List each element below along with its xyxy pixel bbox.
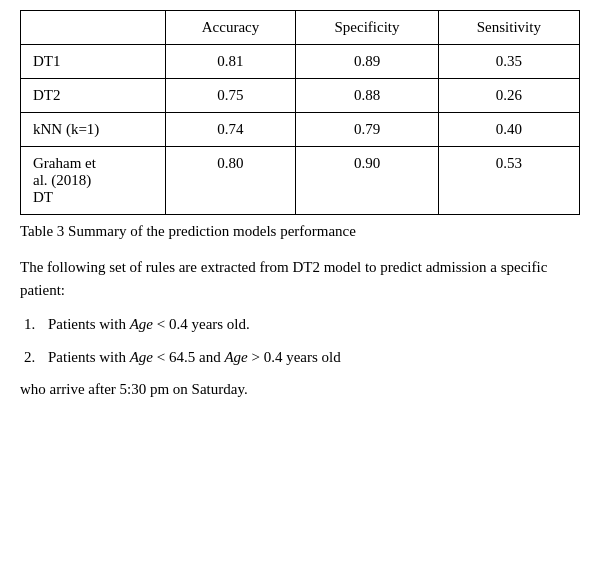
col-header-sensitivity: Sensitivity xyxy=(438,11,579,45)
accuracy-value: 0.80 xyxy=(165,147,296,215)
model-name: DT1 xyxy=(21,45,166,79)
specificity-value: 0.89 xyxy=(296,45,438,79)
sensitivity-value: 0.35 xyxy=(438,45,579,79)
performance-table: Accuracy Specificity Sensitivity DT1 0.8… xyxy=(20,10,580,215)
specificity-value: 0.90 xyxy=(296,147,438,215)
sensitivity-value: 0.40 xyxy=(438,113,579,147)
text-before: Patients with xyxy=(48,316,130,332)
partial-line: who arrive after 5:30 pm on Saturday. xyxy=(20,378,580,401)
list-item-text: Patients with Age < 0.4 years old. xyxy=(48,313,580,336)
italic-age-2: Age xyxy=(224,349,247,365)
table-row: DT1 0.81 0.89 0.35 xyxy=(21,45,580,79)
list-item: 2. Patients with Age < 64.5 and Age > 0.… xyxy=(20,346,580,369)
col-header-specificity: Specificity xyxy=(296,11,438,45)
accuracy-value: 0.74 xyxy=(165,113,296,147)
table-caption: Table 3 Summary of the prediction models… xyxy=(20,223,580,240)
operator: < 0.4 xyxy=(153,316,188,332)
model-name: Graham etal. (2018)DT xyxy=(21,147,166,215)
operator-1: < 64.5 xyxy=(153,349,195,365)
table-row: kNN (k=1) 0.74 0.79 0.40 xyxy=(21,113,580,147)
model-name: kNN (k=1) xyxy=(21,113,166,147)
sensitivity-value: 0.26 xyxy=(438,79,579,113)
specificity-value: 0.79 xyxy=(296,113,438,147)
intro-text: The following set of rules are extracted… xyxy=(20,256,580,301)
text-before: Patients with xyxy=(48,349,130,365)
text-after-2: years old xyxy=(282,349,340,365)
italic-age-1: Age xyxy=(130,349,153,365)
accuracy-value: 0.81 xyxy=(165,45,296,79)
accuracy-value: 0.75 xyxy=(165,79,296,113)
table-row: Graham etal. (2018)DT 0.80 0.90 0.53 xyxy=(21,147,580,215)
table-header-row: Accuracy Specificity Sensitivity xyxy=(21,11,580,45)
col-header-accuracy: Accuracy xyxy=(165,11,296,45)
rules-list: 1. Patients with Age < 0.4 years old. 2.… xyxy=(20,313,580,368)
sensitivity-value: 0.53 xyxy=(438,147,579,215)
list-item-text: Patients with Age < 64.5 and Age > 0.4 y… xyxy=(48,346,580,369)
model-name: DT2 xyxy=(21,79,166,113)
list-number: 1. xyxy=(20,313,48,336)
performance-table-container: Accuracy Specificity Sensitivity DT1 0.8… xyxy=(20,10,580,215)
col-header-model xyxy=(21,11,166,45)
text-after: years old. xyxy=(188,316,250,332)
italic-age: Age xyxy=(130,316,153,332)
operator-2: > 0.4 xyxy=(248,349,283,365)
table-row: DT2 0.75 0.88 0.26 xyxy=(21,79,580,113)
list-number: 2. xyxy=(20,346,48,369)
list-item: 1. Patients with Age < 0.4 years old. xyxy=(20,313,580,336)
conjunction: and xyxy=(195,349,224,365)
specificity-value: 0.88 xyxy=(296,79,438,113)
